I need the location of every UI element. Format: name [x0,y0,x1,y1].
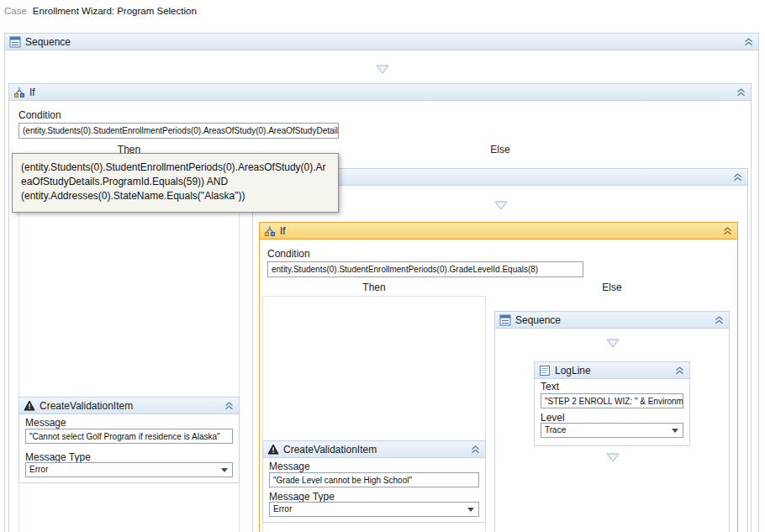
golf-message-type-dropdown[interactable]: Error [25,462,233,477]
golf-validation-title: CreateValidationItem [40,400,133,412]
grade-create-validation-item-activity: CreateValidationItem Message "Grade Leve… [262,440,486,523]
inner-if-activity: If Condition entity.Students(0).StudentE… [259,222,738,532]
logline-header[interactable]: LogLine [535,362,689,379]
workflow-designer-canvas: Case Enrollment Wizard: Program Selectio… [0,0,765,532]
root-sequence-activity: Sequence If Condition (entity.Students(0… [4,33,759,532]
grade-message-input[interactable]: "Grade Level cannot be High School" [269,472,479,487]
grade-message-type-dropdown[interactable]: Error [269,502,479,517]
collapse-chevron-icon[interactable] [715,316,724,324]
condition-tooltip: (entity.Students(0).StudentEnrollmentPer… [12,153,339,213]
grade-message-label: Message [269,461,310,472]
warning-icon [267,444,279,455]
collapse-chevron-icon[interactable] [224,402,234,410]
golf-message-input[interactable]: "Cannot select Golf Program if residence… [25,429,233,444]
logline-title: LogLine [555,365,591,377]
outer-if-activity: If Condition (entity.Students(0).Student… [8,83,752,532]
breadcrumb-root[interactable]: Case [4,6,27,16]
inner-if-then-label: Then [262,282,486,293]
log-sequence-title: Sequence [515,314,561,326]
logline-activity: LogLine Text "STEP 2 ENROLL WIZ: " & Env… [534,361,690,446]
inner-if-else-label: Else [494,282,730,293]
logline-level-value: Trace [545,425,566,435]
golf-message-label: Message [25,417,66,429]
grade-message-type-label: Message Type [269,491,335,503]
sequence-icon [9,36,21,48]
connector-triangle-icon [606,453,620,462]
logline-text-input[interactable]: "STEP 2 ENROLL WIZ: " & Environm [541,393,683,408]
root-sequence-header[interactable]: Sequence [5,34,758,50]
golf-message-type-value: Error [29,465,48,474]
else-sequence-activity: Sequence If [252,168,748,532]
outer-if-header[interactable]: If [9,84,751,101]
dropdown-caret-icon [467,508,474,512]
grade-message-type-value: Error [273,504,292,514]
inner-if-header[interactable]: If [260,223,737,240]
sequence-icon [499,314,511,326]
inner-if-title: If [280,225,286,237]
logline-text-label: Text [541,381,559,392]
warning-icon [24,400,35,411]
connector-triangle-icon [376,65,389,74]
breadcrumb: Case Enrollment Wizard: Program Selectio… [4,6,197,16]
collapse-chevron-icon[interactable] [471,445,480,454]
collapse-chevron-icon[interactable] [723,227,732,235]
inner-if-condition-expression-box[interactable]: entity.Students(0).StudentEnrollmentPeri… [267,261,583,277]
golf-validation-header[interactable]: CreateValidationItem [19,398,239,414]
grade-validation-title: CreateValidationItem [283,444,377,456]
if-icon [264,225,276,237]
logline-level-label: Level [541,412,565,424]
collapse-chevron-icon[interactable] [744,38,753,46]
outer-if-title: If [29,87,35,98]
log-sequence-activity: Sequence [494,311,730,532]
grade-validation-header[interactable]: CreateValidationItem [263,441,485,458]
golf-message-type-label: Message Type [25,451,91,463]
logline-level-dropdown[interactable]: Trace [541,423,683,438]
inner-if-condition-label: Condition [267,248,310,260]
collapse-chevron-icon[interactable] [733,173,742,182]
log-sequence-header[interactable]: Sequence [495,312,729,329]
connector-triangle-icon [606,339,620,348]
logline-icon [539,365,551,377]
root-sequence-title: Sequence [25,36,71,48]
breadcrumb-current-page: Enrollment Wizard: Program Selection [33,6,197,16]
if-icon [13,87,25,98]
outer-if-condition-label: Condition [18,109,61,121]
dropdown-caret-icon [221,468,228,472]
outer-if-condition-expression-box[interactable]: (entity.Students(0).StudentEnrollmentPer… [18,123,339,139]
golf-create-validation-item-activity: CreateValidationItem Message "Cannot sel… [18,397,240,483]
collapse-chevron-icon[interactable] [675,366,684,375]
collapse-chevron-icon[interactable] [736,88,746,97]
connector-triangle-icon [494,201,508,210]
dropdown-caret-icon [672,429,678,433]
